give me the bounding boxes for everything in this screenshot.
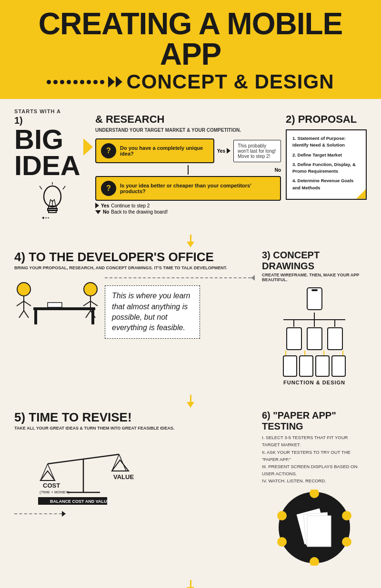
question2-icon: ? xyxy=(101,181,116,196)
question2-text: Is your idea better or cheaper than your… xyxy=(120,183,275,194)
wf-connectors-row2 xyxy=(276,351,352,355)
developer-scene: This is where you learn that almost anyt… xyxy=(14,275,255,341)
chevron1 xyxy=(108,76,115,88)
arrow-no2 xyxy=(95,210,101,214)
question1-text: Do you have a completely unique idea? xyxy=(120,145,209,157)
wf-c6 xyxy=(323,351,324,355)
yes-label2: Yes xyxy=(101,203,109,208)
phone-b2 xyxy=(299,355,313,377)
developer-subheading: BRING YOUR PROPOSAL, RESEARCH, AND CONCE… xyxy=(14,265,255,270)
chevron2 xyxy=(116,76,122,88)
svg-point-61 xyxy=(277,511,287,520)
paper-testing-column: 6) "PAPER APP" TESTING I. SELECT 3-5 TES… xyxy=(262,410,367,570)
dot9 xyxy=(100,80,104,84)
svg-text:BALANCE COST AND VALUE: BALANCE COST AND VALUE xyxy=(50,499,110,504)
svg-rect-33 xyxy=(328,328,342,350)
svg-rect-34 xyxy=(283,356,297,376)
proposal-item-3: 3. Define Function, Display, & Promo Req… xyxy=(292,161,360,175)
subtitle-text: CONCEPT & DESIGN xyxy=(126,70,334,93)
main-title: CREATING A MOBILE APP xyxy=(10,9,371,69)
svg-line-16 xyxy=(24,301,31,306)
developer-column: 4) TO THE DEVELOPER'S OFFICE BRING YOUR … xyxy=(14,250,255,341)
section-1: STARTS WITH A 1) BIGIDEA xyxy=(14,108,367,225)
wf-connectors-row xyxy=(283,320,345,327)
concept-subheading: CREATE WIREFRAME. THEN, MAKE YOUR APP BE… xyxy=(262,273,367,282)
svg-point-23 xyxy=(84,283,97,296)
yes-label1: Yes xyxy=(217,148,225,154)
q2-results: Yes Continue to step 2 No Back to the dr… xyxy=(95,203,281,215)
dot2 xyxy=(53,80,58,84)
svg-text:VALUE: VALUE xyxy=(113,473,134,480)
svg-rect-36 xyxy=(316,356,329,376)
flow-arrow-3-4 xyxy=(14,580,367,588)
header-chevrons xyxy=(108,76,122,88)
proposal-column: 2) PROPOSAL 1. Statement of Purpose: Ide… xyxy=(286,108,367,200)
developer-quote: This is where you learn that almost anyt… xyxy=(105,285,200,339)
dot7 xyxy=(87,80,91,84)
wireframe-tree: FUNCTION & DESIGN xyxy=(262,287,367,385)
subtitle-row: CONCEPT & DESIGN xyxy=(10,70,371,93)
svg-rect-35 xyxy=(300,356,313,376)
wf-c4 xyxy=(285,351,286,355)
starts-with-label: STARTS WITH A xyxy=(14,108,90,114)
phone-b1 xyxy=(283,355,297,377)
proposal-item-2: 2. Define Target Market xyxy=(292,152,360,158)
wf-c3 xyxy=(334,320,335,327)
step1-arrow xyxy=(83,138,93,156)
svg-marker-12 xyxy=(42,216,44,219)
paper-app-svg xyxy=(276,490,352,566)
arrow-to-testing-head xyxy=(62,511,66,517)
question1-box: ? Do you have a completely unique idea? xyxy=(95,138,214,163)
svg-point-57 xyxy=(342,511,351,520)
lightbulb-icon xyxy=(14,182,90,225)
concept-heading: 3) CONCEPT DRAWINGS xyxy=(262,250,367,272)
testing-item-3: III. PRESENT SCREEN DISPLAYS BASED ON US… xyxy=(262,463,367,477)
dot5 xyxy=(73,80,78,84)
testing-list: I. SELECT 3-5 TESTERS THAT FIT YOUR TARG… xyxy=(262,434,367,484)
dashed-arrow-left xyxy=(105,275,255,281)
testing-item-4: IV. WATCH. LISTEN. RECORD. xyxy=(262,477,367,484)
wf-middle-row xyxy=(286,327,343,351)
svg-line-26 xyxy=(90,301,98,306)
big-idea-column: STARTS WITH A 1) BIGIDEA xyxy=(14,108,90,225)
question2-box: ? Is your idea better or cheaper than yo… xyxy=(95,176,281,201)
svg-rect-22 xyxy=(48,303,62,307)
svg-line-25 xyxy=(83,301,90,306)
phone-m2 xyxy=(306,327,323,351)
yes-arrow1: Yes xyxy=(217,148,231,154)
section-2: 4) TO THE DEVELOPER'S OFFICE BRING YOUR … xyxy=(14,250,367,385)
dot3 xyxy=(60,80,64,84)
testing-item-1: I. SELECT 3-5 TESTERS THAT FIT YOUR TARG… xyxy=(262,434,367,448)
balance-scale-svg: COST (TIME + MONEY) VALUE BALANCE COST A… xyxy=(14,435,148,507)
svg-rect-55 xyxy=(307,516,331,547)
desk-scene-svg xyxy=(14,275,100,332)
revise-column: 5) TIME TO REVISE! TAKE ALL YOUR GREAT I… xyxy=(14,410,255,517)
no-label2: No xyxy=(103,209,109,215)
question1-icon: ? xyxy=(101,143,116,158)
function-design-label: FUNCTION & DESIGN xyxy=(283,380,345,385)
svg-text:(TIME + MONEY): (TIME + MONEY) xyxy=(40,490,70,494)
svg-rect-4 xyxy=(49,210,56,213)
wf-top-phone xyxy=(306,287,323,313)
research-subtitle: UNDERSTAND YOUR TARGET MARKET & YOUR COM… xyxy=(95,127,281,133)
svg-rect-32 xyxy=(307,328,322,350)
phone-b4 xyxy=(331,355,346,377)
flow-arrow-1-2 xyxy=(14,235,367,247)
no-label1: No xyxy=(275,167,281,173)
left-arrow-head xyxy=(251,275,255,281)
svg-line-5 xyxy=(49,199,50,206)
no-arrow1: No xyxy=(105,165,281,175)
concept-column: 3) CONCEPT DRAWINGS CREATE WIREFRAME. TH… xyxy=(262,250,367,385)
flow-arrow-2-3 xyxy=(14,395,367,408)
testing-item-2: II. ASK YOUR TESTERS TO TRY OUT THE "PAP… xyxy=(262,449,367,463)
dot8 xyxy=(93,80,98,84)
svg-rect-19 xyxy=(33,307,95,310)
dot1 xyxy=(47,80,51,84)
wf-c5 xyxy=(304,351,305,355)
svg-rect-37 xyxy=(332,356,345,376)
arrow-to-testing xyxy=(14,511,255,517)
paper-app-graphic xyxy=(276,490,352,566)
section-3: 5) TIME TO REVISE! TAKE ALL YOUR GREAT I… xyxy=(14,410,367,570)
arrow-right-icon xyxy=(227,148,231,154)
svg-line-15 xyxy=(17,301,24,306)
